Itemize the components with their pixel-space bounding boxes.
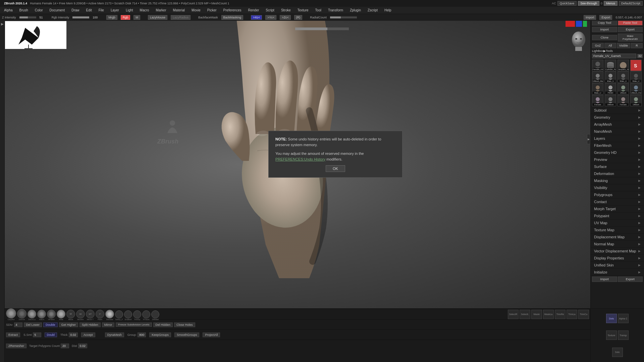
dialog-note-label: NOTE: <box>275 137 287 141</box>
dialog-note: NOTE: Some undo history entries will be … <box>275 136 395 147</box>
dialog-line3: modifiers. <box>326 157 342 161</box>
dialog-overlay: NOTE: Some undo history entries will be … <box>0 0 644 362</box>
dialog-box: NOTE: Some undo history entries will be … <box>268 131 402 178</box>
dialog-preferences-link[interactable]: PREFERENCES:Undo History <box>275 157 325 161</box>
dialog-note2: You may adjust the amount of reserved me… <box>275 151 395 162</box>
dialog-line1: Some undo history entries will be auto-d… <box>275 137 381 147</box>
dialog-line2: You may adjust the amount of reserved me… <box>275 152 364 156</box>
dialog-ok-button[interactable]: OK <box>326 165 345 172</box>
